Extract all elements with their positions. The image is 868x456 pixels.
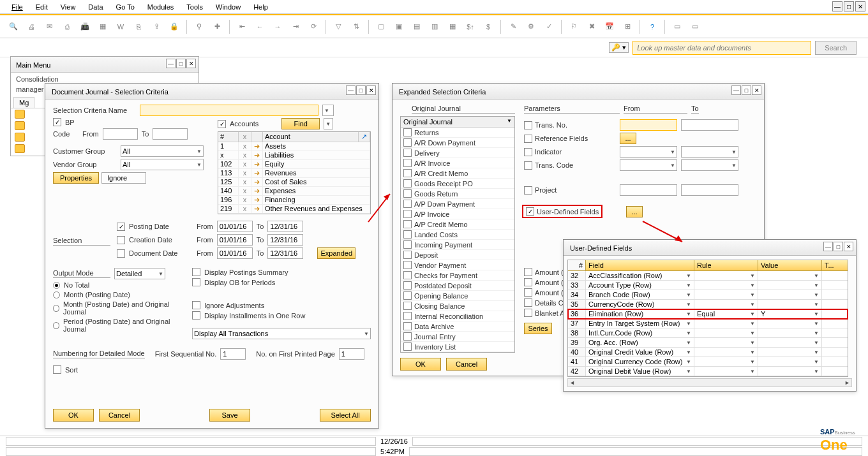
table-row[interactable]: 37Entry In Target System (Row)▼▼▼ <box>568 319 848 328</box>
list-item[interactable]: A/P Credit Memo <box>401 219 514 230</box>
item-checkbox[interactable] <box>403 332 412 341</box>
code-to-input[interactable] <box>153 128 188 140</box>
period-posting-orig-radio[interactable] <box>53 322 59 329</box>
list-item[interactable]: A/P Invoice <box>401 209 514 219</box>
close-icon[interactable]: ✕ <box>752 85 761 95</box>
creation-from-input[interactable] <box>217 234 253 246</box>
menu-goto[interactable]: Go To <box>110 2 141 12</box>
table-row[interactable]: 35CurrencyCode (Row)▼▼▼ <box>568 300 848 309</box>
project-checkbox[interactable] <box>524 186 532 195</box>
trans-code-checkbox[interactable] <box>524 161 532 170</box>
table-row[interactable]: xx➜Liabilities <box>218 151 370 160</box>
item-checkbox[interactable] <box>403 240 412 249</box>
fax-icon[interactable]: 📠 <box>78 20 92 34</box>
list-item[interactable]: Inventory List <box>401 342 514 352</box>
details-checkbox[interactable] <box>524 298 532 307</box>
close-icon[interactable]: ✕ <box>855 1 865 11</box>
item-checkbox[interactable] <box>403 200 412 208</box>
base-doc-icon[interactable]: ▢ <box>374 20 388 34</box>
list-item[interactable]: Opening Balance <box>401 291 514 301</box>
list-item[interactable]: Goods Return <box>401 189 514 199</box>
item-checkbox[interactable] <box>403 342 412 351</box>
code-from-input[interactable] <box>103 128 138 140</box>
excel-icon[interactable]: ▦ <box>96 20 110 34</box>
maximize-icon[interactable]: □ <box>844 1 854 11</box>
maximize-icon[interactable]: □ <box>176 59 186 68</box>
trans-no-checkbox[interactable] <box>524 121 532 129</box>
table-row[interactable]: 34Branch Code (Row)▼▼▼ <box>568 290 848 300</box>
list-item[interactable]: Internal Reconciliation <box>401 311 514 321</box>
preview-icon[interactable]: 🔍 <box>6 20 20 34</box>
item-checkbox[interactable] <box>403 128 412 136</box>
menu-window[interactable]: Window <box>209 2 247 12</box>
find-icon[interactable]: ⚲ <box>192 20 206 34</box>
indicator-from-select[interactable]: ▼ <box>620 146 677 158</box>
selection-criteria-dropdown[interactable]: ▼ <box>322 105 334 116</box>
amount1-checkbox[interactable] <box>524 268 532 276</box>
filter-icon[interactable]: ▽ <box>331 20 345 34</box>
item-checkbox[interactable] <box>403 179 412 188</box>
menu-modules[interactable]: Modules <box>141 2 181 12</box>
ignore-adjustments-checkbox[interactable] <box>192 301 200 309</box>
trans-icon[interactable]: $↑ <box>463 20 477 34</box>
table-row[interactable]: 32AccClassification (Row)▼▼▼ <box>568 271 848 281</box>
accounts-checkbox[interactable] <box>218 120 226 128</box>
list-item[interactable]: A/R Invoice <box>401 158 514 168</box>
minimize-icon[interactable]: — <box>166 59 176 68</box>
select-all-button[interactable]: Select All <box>320 409 371 422</box>
display-postings-checkbox[interactable] <box>192 268 200 276</box>
menu-data[interactable]: Data <box>82 2 109 12</box>
udf-dots-button[interactable]: ... <box>626 206 643 217</box>
properties-button[interactable]: Properties <box>53 172 99 184</box>
list-item[interactable]: A/R Credit Memo <box>401 168 514 179</box>
calendar-icon[interactable]: 📅 <box>602 20 617 34</box>
table-row[interactable]: 39Org. Acc. (Row)▼▼▼ <box>568 338 848 348</box>
minimize-icon[interactable]: — <box>731 85 741 95</box>
item-checkbox[interactable] <box>403 322 412 330</box>
target-doc-icon[interactable]: ▣ <box>392 20 406 34</box>
default-icon[interactable]: ▭ <box>688 20 702 34</box>
ref-fields-dots-button[interactable]: ... <box>620 133 636 144</box>
table-row[interactable]: 1x➜Assets <box>218 142 370 151</box>
list-item[interactable]: Landed Costs <box>401 230 514 240</box>
close-icon[interactable]: ✕ <box>844 242 853 251</box>
cancel-button[interactable]: Cancel <box>446 358 487 371</box>
form-settings-icon[interactable]: ⚙ <box>524 20 538 34</box>
menu-tools[interactable]: Tools <box>180 2 209 12</box>
item-checkbox[interactable] <box>403 230 412 239</box>
ref-fields-checkbox[interactable] <box>524 135 532 143</box>
creation-to-input[interactable] <box>267 234 303 246</box>
list-item[interactable]: Delivery <box>401 148 514 158</box>
udf-checkbox[interactable] <box>526 207 534 216</box>
accounts-dropdown[interactable]: ▼ <box>324 118 333 129</box>
scroll-right-icon[interactable]: ► <box>844 379 850 386</box>
sort-icon[interactable]: ⇅ <box>349 20 363 34</box>
help-icon[interactable]: ? <box>645 20 659 34</box>
sort-checkbox[interactable] <box>53 365 61 374</box>
table-row[interactable]: 196x➜Financing <box>218 196 370 205</box>
selection-criteria-name-input[interactable] <box>140 105 318 116</box>
table-row[interactable]: 40Original Credit Value (Row)▼▼▼ <box>568 348 848 357</box>
bp-checkbox[interactable] <box>53 118 61 126</box>
next-icon[interactable]: → <box>271 20 285 34</box>
item-checkbox[interactable] <box>403 159 412 167</box>
posting-date-checkbox[interactable] <box>117 223 125 231</box>
table-row[interactable]: 38Intl.Curr.Code (Row)▼▼▼ <box>568 328 848 338</box>
no-first-page-input[interactable] <box>339 348 364 360</box>
display-installments-checkbox[interactable] <box>192 311 200 320</box>
alert-icon[interactable]: ⚐ <box>567 20 581 34</box>
customer-group-select[interactable]: All▼ <box>121 145 204 157</box>
table-row[interactable]: 113x➜Revenues <box>218 169 370 178</box>
item-checkbox[interactable] <box>403 169 412 177</box>
output-mode-select[interactable]: Detailed▼ <box>114 268 165 279</box>
last-icon[interactable]: ⇥ <box>288 20 303 34</box>
item-checkbox[interactable] <box>403 189 412 198</box>
display-all-select[interactable]: Display All Transactions▼ <box>192 328 371 339</box>
posting-to-input[interactable] <box>267 221 303 232</box>
first-icon[interactable]: ⇤ <box>235 20 249 34</box>
payment-icon[interactable]: $ <box>481 20 495 34</box>
table-row[interactable]: 125x➜Cost of Sales <box>218 178 370 187</box>
close-icon[interactable]: ✕ <box>186 59 196 68</box>
maximize-icon[interactable]: □ <box>356 85 366 95</box>
amount2-checkbox[interactable] <box>524 278 532 286</box>
